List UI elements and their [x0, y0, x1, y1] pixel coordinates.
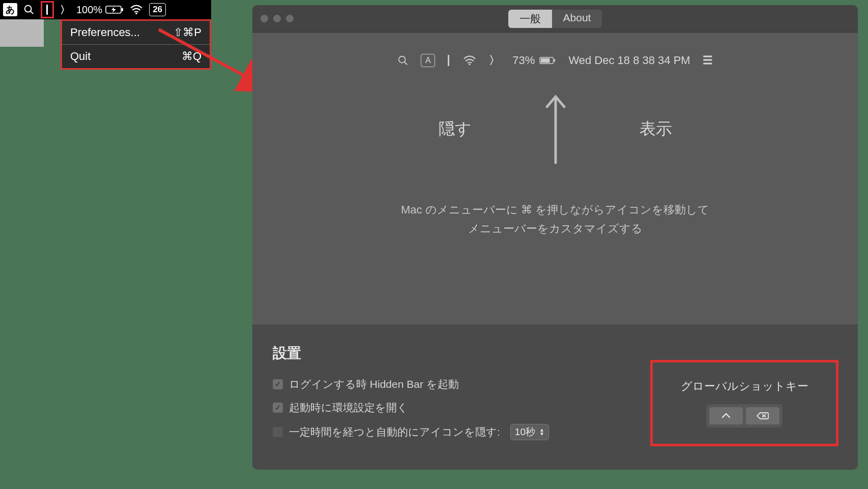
- arrow-up-icon: [543, 88, 568, 165]
- svg-line-8: [404, 62, 408, 65]
- chevron-right-icon[interactable]: 〉: [60, 3, 70, 17]
- menubar-preview: A 〉 73% Wed Dec 18 8 38 34 PM ☰ 隠す: [252, 33, 858, 251]
- ime-preview-icon: A: [421, 54, 435, 67]
- traffic-lights: [261, 5, 294, 32]
- minimize-button[interactable]: [273, 15, 281, 22]
- menu-item-label: Quit: [70, 50, 91, 63]
- svg-point-7: [399, 56, 406, 63]
- menu-item-preferences[interactable]: Preferences... ⇧⌘P: [62, 21, 210, 44]
- checkbox-icon: ✓: [273, 379, 283, 389]
- zoom-button[interactable]: [286, 15, 294, 22]
- command-key-icon: ⌘: [521, 203, 532, 216]
- preferences-window: 一般 About A 〉 73% Wed Dec 18 8 38 34 PM ☰: [252, 5, 858, 470]
- instruction-line2: メニューバーをカスタマイズする: [273, 219, 837, 238]
- tab-about[interactable]: About: [552, 10, 602, 28]
- instruction-prefix: Mac のメニューバーに: [401, 203, 521, 216]
- shortcut-title: グローバルショットキー: [681, 379, 808, 394]
- shortcut-record-button[interactable]: [709, 407, 743, 424]
- wifi-icon: [462, 55, 477, 66]
- stepper-icon: ▲▼: [539, 428, 544, 436]
- instruction-text: Mac のメニューバーに ⌘ を押しながらアイコンを移動して メニューバーをカス…: [273, 200, 837, 238]
- close-button[interactable]: [261, 15, 268, 22]
- svg-rect-12: [554, 59, 556, 62]
- global-shortcut-panel: グローバルショットキー: [650, 360, 838, 446]
- preview-menubar: A 〉 73% Wed Dec 18 8 38 34 PM ☰: [273, 53, 837, 68]
- select-value: 10秒: [515, 425, 535, 439]
- chevron-right-icon: 〉: [489, 53, 500, 68]
- menu-item-label: Preferences...: [70, 26, 140, 39]
- checkbox-label: 起動時に環境設定を開く: [289, 401, 408, 415]
- hiddenbar-menubar-icon[interactable]: [41, 1, 54, 18]
- menu-item-shortcut: ⇧⌘P: [173, 26, 201, 39]
- tab-segmented-control: 一般 About: [508, 10, 602, 28]
- battery-status[interactable]: 100%: [76, 4, 124, 16]
- menu-item-quit[interactable]: Quit ⌘Q: [62, 45, 210, 68]
- svg-point-5: [135, 13, 137, 14]
- wifi-icon[interactable]: [130, 5, 143, 15]
- svg-rect-4: [122, 8, 123, 11]
- checkbox-label: 一定時間を経つと自動的にアイコンを隠す:: [289, 425, 500, 439]
- datetime-text: Wed Dec 18 8 38 34 PM: [568, 54, 690, 67]
- hiddenbar-separator-icon: [447, 55, 450, 66]
- checkbox-label: ログインする時 Hidden Bar を起動: [289, 377, 459, 391]
- list-icon: ☰: [703, 54, 713, 67]
- shortcut-buttons: [706, 404, 783, 427]
- titlebar: 一般 About: [252, 5, 858, 33]
- autohide-duration-select[interactable]: 10秒 ▲▼: [510, 424, 549, 440]
- svg-rect-9: [448, 55, 449, 66]
- label-hide: 隠す: [439, 118, 472, 140]
- battery-preview: 73%: [512, 54, 556, 67]
- window-edge: [0, 19, 44, 47]
- svg-point-10: [469, 64, 471, 66]
- svg-rect-13: [541, 58, 550, 63]
- battery-icon: [539, 56, 556, 65]
- shortcut-clear-button[interactable]: [746, 407, 779, 424]
- menubar: あ 〉 100% 26: [0, 0, 211, 19]
- svg-line-1: [31, 11, 34, 14]
- checkbox-icon: [273, 427, 283, 437]
- instruction-suffix: を押しながらアイコンを移動して: [535, 203, 709, 216]
- svg-point-0: [25, 6, 32, 12]
- battery-percent-text: 100%: [76, 4, 102, 16]
- menubar-dropdown: Preferences... ⇧⌘P Quit ⌘Q: [61, 19, 211, 70]
- search-icon: [397, 55, 409, 66]
- ime-indicator[interactable]: あ: [3, 3, 17, 16]
- tab-general[interactable]: 一般: [508, 10, 552, 28]
- date-box[interactable]: 26: [149, 3, 166, 16]
- spotlight-icon[interactable]: [23, 4, 35, 15]
- svg-rect-2: [46, 5, 48, 15]
- hide-show-labels: 隠す 表示: [273, 88, 837, 165]
- battery-percent-text: 73%: [512, 54, 535, 67]
- battery-charging-icon: [105, 5, 124, 14]
- macos-menubar-snippet: あ 〉 100% 26 Preferences... ⇧⌘P Quit ⌘Q: [0, 0, 211, 47]
- settings-section: 設置 ✓ ログインする時 Hidden Bar を起動 ✓ 起動時に環境設定を開…: [252, 325, 858, 470]
- checkbox-icon: ✓: [273, 403, 283, 413]
- menu-item-shortcut: ⌘Q: [182, 50, 201, 63]
- label-show: 表示: [640, 118, 672, 140]
